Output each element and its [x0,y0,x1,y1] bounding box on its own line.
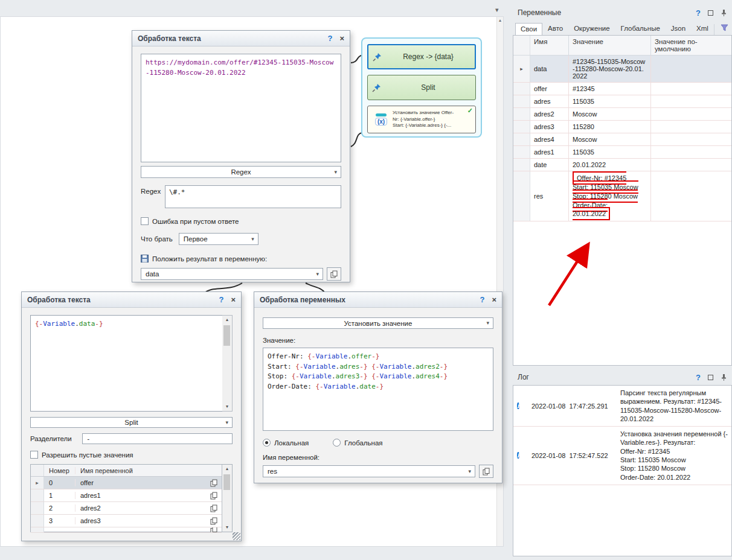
mode-dropdown[interactable]: Regex ▾ [141,166,341,178]
source-text-area[interactable]: {-Variable.data-} [30,315,222,412]
empty-error-checkbox[interactable] [141,217,149,225]
action-dropdown[interactable]: Установить значение ▾ [263,317,493,329]
tab-custom[interactable]: Свои [515,23,542,36]
help-icon[interactable]: ? [696,373,701,382]
textarea-scrollbar[interactable]: ▴ ▾ [222,315,233,412]
copy-row-button[interactable] [206,504,222,512]
regex-input[interactable]: \#.* [165,185,341,208]
resize-grip[interactable] [233,532,240,540]
maximize-icon[interactable] [708,10,713,16]
tab-xml[interactable]: Xml [691,22,714,35]
log-entry[interactable]: i 2022-01-08 17:47:25.291 Парсинг текста… [513,386,731,427]
variable-row[interactable]: adres3 115280 [513,121,731,133]
variable-value[interactable]: 115280 [569,121,651,133]
variable-row[interactable]: offer #12345 [513,83,731,95]
global-radio[interactable] [333,439,341,447]
canvas-collapse-icon[interactable]: ▾ [495,6,499,14]
scroll-up-icon[interactable]: ▴ [226,465,228,473]
split-table-row[interactable]: 1 adres1 [31,489,222,502]
variable-row-res[interactable]: res Offer-Nr: #12345 Start: 115035 Mosco… [513,171,731,221]
variable-default[interactable] [651,133,731,145]
row-varname[interactable]: offer [75,479,206,486]
row-varname[interactable]: adres3 [75,517,206,524]
log-panel-header[interactable]: Лог ? [513,369,732,385]
pin-icon[interactable] [721,374,727,381]
tab-environment[interactable]: Окружение [568,22,615,35]
help-icon[interactable]: ? [696,8,701,18]
scroll-down-icon[interactable]: ▾ [226,402,228,411]
variable-name[interactable]: res [530,171,569,221]
variable-name[interactable]: adres2 [530,108,569,120]
variable-row[interactable]: date 20.01.2022 [513,159,731,171]
scroll-up-icon[interactable]: ▴ [226,316,228,324]
variable-default[interactable] [651,95,731,107]
separators-input[interactable]: - [82,433,233,444]
variable-row[interactable]: ▸ data #12345-115035-Moscow-115280-Mosco… [513,56,731,83]
variable-name[interactable]: adres1 [530,146,569,158]
help-icon[interactable]: ? [480,295,484,304]
mode-dropdown[interactable]: Split ▾ [30,417,233,428]
variable-row[interactable]: adres 115035 [513,95,731,108]
block-set-value[interactable]: (x) Установить значение Offer- Nr: {-Var… [367,106,476,133]
variable-value[interactable]: 115035 [569,95,651,107]
variable-row[interactable]: adres4 Moscow [513,133,731,146]
split-table-row[interactable]: 2 adres2 [31,502,222,515]
variable-default[interactable] [651,108,731,120]
var-name-dropdown[interactable]: res ▾ [263,465,475,477]
value-text-area[interactable]: Offer-Nr: {-Variable.offer-} Start: {-Va… [263,348,493,431]
allow-empty-checkbox[interactable] [30,451,38,459]
filter-icon[interactable] [721,24,728,33]
close-icon[interactable]: × [492,295,496,304]
scroll-thumb[interactable] [223,325,230,346]
block-regex[interactable]: Regex -> {data} [367,44,476,69]
variable-name[interactable]: data [530,56,569,82]
row-varname[interactable]: adres1 [75,492,206,499]
variable-default[interactable] [651,171,731,221]
source-text-area[interactable]: https://mydomain.com/offer/#12345-115035… [141,54,341,162]
local-radio[interactable] [263,439,271,447]
tab-auto[interactable]: Авто [542,22,568,35]
maximize-icon[interactable] [708,375,713,380]
take-dropdown[interactable]: Первое ▾ [179,233,258,245]
row-varname[interactable]: adres2 [75,504,206,512]
help-icon[interactable]: ? [327,34,332,43]
variable-default[interactable] [651,56,731,82]
copy-row-button[interactable] [206,479,222,487]
variable-value[interactable]: Moscow [569,133,651,145]
copy-variable-button[interactable] [479,465,493,478]
close-icon[interactable]: × [231,295,236,304]
scroll-up-icon[interactable]: ▴ [497,17,503,24]
variable-name[interactable]: adres4 [530,133,569,145]
tab-json[interactable]: Json [666,22,691,35]
copy-row-button[interactable] [206,492,222,500]
variables-panel-header[interactable]: Переменные ? [513,5,732,21]
copy-variable-button[interactable] [327,267,341,281]
variable-row[interactable]: adres2 Moscow [513,108,731,121]
variable-default[interactable] [651,159,731,171]
split-table-row[interactable]: 3 adres3 [31,515,222,527]
variable-default[interactable] [651,83,731,95]
scroll-down-icon[interactable]: ▾ [226,523,228,532]
dialog-title-bar[interactable]: Обработка текста ? × [22,292,241,308]
dialog-title-bar[interactable]: Обработка текста ? × [132,31,350,46]
variable-name[interactable]: adres [530,95,569,107]
help-icon[interactable]: ? [219,295,223,304]
table-scrollbar[interactable]: ▴ ▾ [222,465,232,532]
split-table-row-clipped[interactable] [31,527,222,533]
split-table-row[interactable]: ▸ 0 offer [31,477,222,489]
copy-row-button[interactable] [206,517,222,525]
variable-name[interactable]: date [530,159,569,171]
variable-value[interactable]: #12345-115035-Moscow-115280-Moscow-20.01… [569,56,651,82]
close-icon[interactable]: × [339,34,344,43]
log-entry[interactable]: i 2022-01-08 17:52:47.522 Установка знач… [513,427,731,485]
variable-default[interactable] [651,146,731,158]
dialog-title-bar[interactable]: Обработка переменных ? × [254,292,502,308]
variable-value[interactable]: Moscow [569,108,651,120]
scroll-thumb[interactable] [223,474,230,490]
tab-global[interactable]: Глобальные [615,22,666,35]
variable-value[interactable]: #12345 [569,83,651,95]
pin-icon[interactable] [721,9,727,16]
variable-row[interactable]: adres1 115035 [513,146,731,159]
variable-default[interactable] [651,121,731,133]
variable-name[interactable]: adres3 [530,121,569,133]
